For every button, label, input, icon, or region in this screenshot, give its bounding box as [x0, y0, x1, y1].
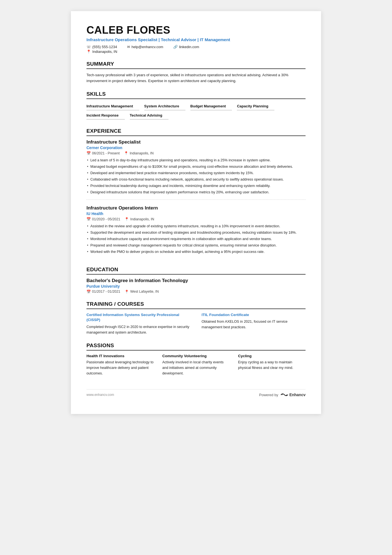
skill-item: System Architecture [144, 102, 185, 110]
job-location-2: 📍 Indianapolis, IN [125, 217, 154, 221]
skill-item: Technical Advising [130, 112, 168, 120]
location-icon-edu: 📍 [125, 290, 129, 294]
email-icon: ✉ [127, 45, 130, 49]
training-item-2: ITIL Foundation Certificate Obtained fro… [202, 312, 306, 335]
passion-desc-2: Actively involved in local charity event… [162, 359, 230, 376]
passion-title-2: Community Volunteering [162, 354, 230, 358]
candidate-title: Infrastructure Operations Specialist | T… [86, 37, 306, 42]
edu-degree: Bachelor's Degree in Information Technol… [86, 278, 306, 283]
enhancv-logo-icon [281, 392, 288, 397]
company-name-1: Cerner Corporation [86, 145, 306, 150]
bullet-item: Collaborated with cross-functional teams… [86, 177, 306, 182]
job-title-2: Infrastructure Operations Intern [86, 205, 306, 211]
training-title-1: Certified Information Systems Security P… [86, 312, 190, 323]
edu-meta: 📅 01/2017 - 01/2021 📍 West Lafayette, IN [86, 290, 306, 294]
skill-item: Infrastructure Management [86, 102, 139, 110]
phone-icon: ☏ [86, 45, 91, 49]
job-entry-2: Infrastructure Operations Intern IU Heal… [86, 205, 306, 259]
phone-value: (555) 555-1234 [92, 45, 117, 49]
location-row: 📍 Indianapolis, IN [86, 50, 306, 54]
job-location-1: 📍 Indianapolis, IN [124, 151, 153, 155]
bullet-item: Monitored infrastructure capacity and en… [86, 236, 306, 242]
location-icon-2: 📍 [125, 217, 129, 221]
job-entry-1: Infrastructure Specialist Cerner Corpora… [86, 139, 306, 200]
location-icon: 📍 [86, 50, 91, 54]
calendar-icon-2: 📅 [86, 217, 91, 221]
location-contact: 📍 Indianapolis, IN [86, 50, 117, 54]
powered-by-label: Powered by [259, 393, 278, 397]
footer-brand: Powered by Enhancv [259, 392, 306, 397]
passion-item-1: Health IT Innovations Passionate about l… [86, 354, 154, 376]
skills-section: SKILLS Infrastructure Management System … [86, 91, 306, 121]
job-bullets-1: Led a team of 5 in day-to-day infrastruc… [86, 157, 306, 195]
summary-section-title: SUMMARY [86, 61, 306, 69]
passion-title-3: Cycling [238, 354, 306, 358]
experience-section: EXPERIENCE Infrastructure Specialist Cer… [86, 128, 306, 259]
passion-title-1: Health IT Innovations [86, 354, 154, 358]
skill-item: Incident Response [86, 112, 125, 120]
passions-section: PASSIONS Health IT Innovations Passionat… [86, 342, 306, 376]
skills-section-title: SKILLS [86, 91, 306, 99]
training-section-title: TRAINING / COURSES [86, 301, 306, 309]
email-value: help@enhancv.com [132, 45, 163, 49]
enhancv-logo: Enhancv [281, 392, 306, 397]
bullet-item: Provided technical leadership during out… [86, 183, 306, 189]
education-section-title: EDUCATION [86, 267, 306, 275]
resume-footer: www.enhancv.com Powered by Enhancv [86, 389, 306, 397]
contact-row: ☏ (555) 555-1234 ✉ help@enhancv.com 🔗 li… [86, 45, 306, 49]
job-bullets-2: Assisted in the review and upgrade of ex… [86, 223, 306, 254]
resume-page: CALEB FLORES Infrastructure Operations S… [71, 11, 321, 414]
skill-item: Budget Management [190, 102, 232, 110]
bullet-item: Supported the development and execution … [86, 230, 306, 235]
skill-item: Capacity Planning [237, 102, 274, 110]
job-date-2: 📅 01/2020 - 05/2021 [86, 217, 120, 221]
job-title-1: Infrastructure Specialist [86, 139, 306, 145]
location-icon-1: 📍 [124, 151, 128, 155]
passions-grid: Health IT Innovations Passionate about l… [86, 354, 306, 376]
summary-section: SUMMARY Tech-savvy professional with 3 y… [86, 61, 306, 84]
bullet-item: Led a team of 5 in day-to-day infrastruc… [86, 157, 306, 163]
job-meta-1: 📅 06/2021 - Present 📍 Indianapolis, IN [86, 151, 306, 155]
passion-desc-1: Passionate about leveraging technology t… [86, 359, 154, 376]
passion-desc-3: Enjoy cycling as a way to maintain physi… [238, 359, 306, 371]
summary-text: Tech-savvy professional with 3 years of … [86, 72, 306, 84]
location-value: Indianapolis, IN [92, 50, 117, 54]
bullet-item: Developed and implemented best practice … [86, 170, 306, 176]
training-desc-1: Completed through ISC2 in 2020 to enhanc… [86, 324, 190, 335]
training-desc-2: Obtained from AXELOS in 2021, focused on… [202, 319, 306, 330]
link-icon: 🔗 [173, 45, 178, 49]
passion-item-2: Community Volunteering Actively involved… [162, 354, 230, 376]
edu-school: Purdue University [86, 284, 306, 288]
training-section: TRAINING / COURSES Certified Information… [86, 301, 306, 335]
enhancv-brand-name: Enhancv [289, 393, 306, 397]
calendar-icon-edu: 📅 [86, 290, 91, 294]
linkedin-value: linkedin.com [179, 45, 199, 49]
training-grid: Certified Information Systems Security P… [86, 312, 306, 335]
phone-contact: ☏ (555) 555-1234 [86, 45, 117, 49]
education-section: EDUCATION Bachelor's Degree in Informati… [86, 267, 306, 294]
experience-section-title: EXPERIENCE [86, 128, 306, 136]
job-meta-2: 📅 01/2020 - 05/2021 📍 Indianapolis, IN [86, 217, 306, 221]
job-date-1: 📅 06/2021 - Present [86, 151, 120, 155]
passion-item-3: Cycling Enjoy cycling as a way to mainta… [238, 354, 306, 376]
linkedin-contact: 🔗 linkedin.com [173, 45, 199, 49]
bullet-item: Designed infrastructure solutions that i… [86, 189, 306, 195]
bullet-item: Prepared and reviewed change management … [86, 243, 306, 248]
bullet-item: Assisted in the review and upgrade of ex… [86, 223, 306, 229]
calendar-icon-1: 📅 [86, 151, 91, 155]
company-name-2: IU Health [86, 211, 306, 216]
edu-location: 📍 West Lafayette, IN [125, 290, 159, 294]
skills-grid: Infrastructure Management System Archite… [86, 102, 306, 121]
bullet-item: Worked with the PMO to deliver projects … [86, 249, 306, 255]
passions-section-title: PASSIONS [86, 342, 306, 351]
footer-website: www.enhancv.com [86, 393, 114, 397]
edu-date: 📅 01/2017 - 01/2021 [86, 290, 120, 294]
training-title-2: ITIL Foundation Certificate [202, 312, 306, 318]
candidate-name: CALEB FLORES [86, 24, 306, 36]
email-contact: ✉ help@enhancv.com [127, 45, 163, 49]
bullet-item: Managed budget expenditures of up to $10… [86, 164, 306, 169]
training-item-1: Certified Information Systems Security P… [86, 312, 190, 335]
header: CALEB FLORES Infrastructure Operations S… [86, 24, 306, 54]
